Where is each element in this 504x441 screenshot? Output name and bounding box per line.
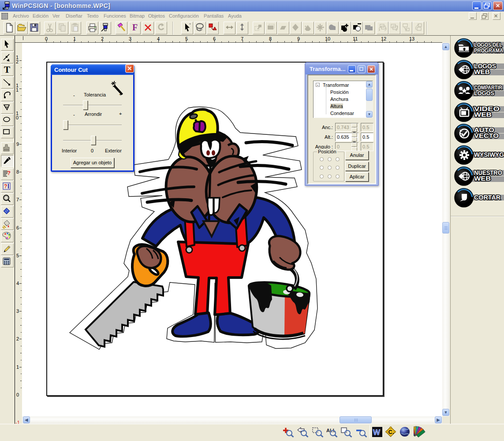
svg-text:CORTAR: CORTAR [474,193,500,201]
svg-text:C.: C. [388,429,394,435]
svg-text:COMPARTIR: COMPARTIR [474,85,502,91]
svg-text:PROGRAMA: PROGRAMA [474,47,504,54]
svg-text:WEB: WEB [474,111,492,118]
svg-text:W: W [373,428,381,437]
svg-text:T: T [4,64,10,75]
svg-text:WEB: WEB [474,68,490,75]
svg-text:?: ? [4,183,7,189]
svg-text:WYSIWYG: WYSIWYG [474,151,504,158]
svg-text:LOGOS: LOGOS [474,90,494,96]
svg-text:F: F [132,22,138,32]
svg-text:?: ? [7,170,11,176]
svg-text:VECTO: VECTO [474,132,499,139]
svg-text:WEB: WEB [474,175,491,182]
